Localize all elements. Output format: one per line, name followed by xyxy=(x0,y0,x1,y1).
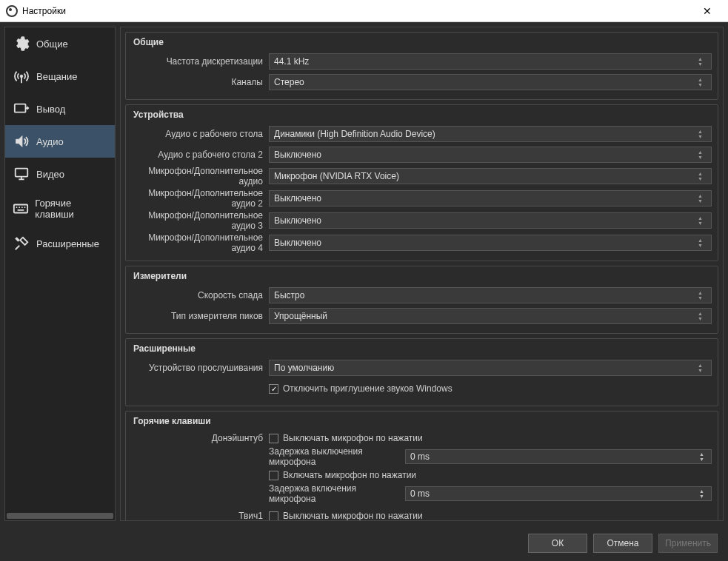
section-title-hotkeys: Горячие клавиши xyxy=(132,416,712,431)
tools-icon xyxy=(13,235,30,252)
svg-rect-2 xyxy=(15,104,26,112)
section-devices: Устройства Аудио с рабочего стола Динами… xyxy=(125,104,718,261)
select-arrows-icon: ▲▼ xyxy=(698,75,708,90)
keyboard-icon xyxy=(13,200,29,218)
label-channels: Каналы xyxy=(132,77,269,87)
select-mic-aux-3[interactable]: Выключено▲▼ xyxy=(269,212,712,229)
checkbox-mute-push-1[interactable] xyxy=(269,434,278,443)
select-arrows-icon: ▲▼ xyxy=(698,127,708,141)
select-arrows-icon: ▲▼ xyxy=(698,213,708,228)
checkbox-disable-ducking[interactable] xyxy=(269,384,278,394)
section-title-meters: Измерители xyxy=(132,271,712,286)
sidebar-item-audio[interactable]: Аудио xyxy=(5,125,115,158)
label-monitoring-device: Устройство прослушивания xyxy=(132,363,269,373)
label-decay-rate: Скорость спада xyxy=(132,290,269,300)
sidebar-item-general[interactable]: Общие xyxy=(5,27,115,60)
sidebar-item-label: Расширенные xyxy=(36,238,99,249)
label-unmute-delay-1: Задержка включения микрофона xyxy=(269,483,401,504)
select-arrows-icon: ▲▼ xyxy=(698,360,708,375)
label-mic-aux-3: Микрофон/Дополнительное аудио 3 xyxy=(132,210,269,231)
window-title: Настройки xyxy=(22,6,692,16)
app-logo-icon xyxy=(6,5,18,17)
sidebar-item-label: Горячие клавиши xyxy=(35,198,107,220)
section-general: Общие Частота дискретизации 44.1 kHz ▲▼ … xyxy=(125,32,718,100)
sidebar-item-advanced[interactable]: Расширенные xyxy=(5,227,115,260)
hotkey-group-name-2: Твич1 xyxy=(132,511,269,521)
ok-button[interactable]: ОК xyxy=(528,534,587,553)
settings-content: Общие Частота дискретизации 44.1 kHz ▲▼ … xyxy=(120,27,724,521)
apply-button[interactable]: Применить xyxy=(658,534,718,553)
gear-icon xyxy=(13,35,30,53)
speaker-icon xyxy=(13,132,30,150)
sidebar-item-stream[interactable]: Вещание xyxy=(5,60,115,93)
settings-sidebar: Общие Вещание Вывод Аудио Видео xyxy=(4,27,116,521)
select-monitoring-device[interactable]: По умолчанию▲▼ xyxy=(269,360,712,376)
monitor-icon xyxy=(13,165,30,183)
spinner-arrows-icon: ▲▼ xyxy=(699,487,709,500)
select-mic-aux-4[interactable]: Выключено▲▼ xyxy=(269,235,712,251)
section-title-advanced: Расширенные xyxy=(132,343,712,358)
select-arrows-icon: ▲▼ xyxy=(698,147,708,162)
select-desktop-audio[interactable]: Динамики (High Definition Audio Device)▲… xyxy=(269,126,712,142)
hotkey-group-name-1: Донэйшнтуб xyxy=(132,433,269,443)
select-arrows-icon: ▲▼ xyxy=(698,169,708,184)
section-meters: Измерители Скорость спада Быстро▲▼ Тип и… xyxy=(125,266,718,334)
svg-rect-3 xyxy=(16,169,28,177)
sidebar-item-label: Вывод xyxy=(36,104,65,115)
label-mic-aux-2: Микрофон/Дополнительное аудио 2 xyxy=(132,188,269,209)
spinner-unmute-delay-1[interactable]: 0 ms▲▼ xyxy=(405,486,712,501)
label-unmute-push-1: Включать микрофон по нажатии xyxy=(283,470,416,480)
window-close-button[interactable]: ✕ xyxy=(692,0,722,21)
output-icon xyxy=(13,100,30,118)
sidebar-item-label: Общие xyxy=(36,38,68,50)
section-advanced: Расширенные Устройство прослушивания По … xyxy=(125,338,718,406)
select-mic-aux-2[interactable]: Выключено▲▼ xyxy=(269,190,712,206)
sidebar-item-hotkeys[interactable]: Горячие клавиши xyxy=(5,190,115,227)
label-peak-meter-type: Тип измерителя пиков xyxy=(132,311,269,321)
label-mute-push-1: Выключать микрофон по нажатии xyxy=(283,433,423,443)
sidebar-item-output[interactable]: Вывод xyxy=(5,93,115,125)
select-peak-meter-type[interactable]: Упрощённый▲▼ xyxy=(269,308,712,324)
select-arrows-icon: ▲▼ xyxy=(698,235,708,250)
select-arrows-icon: ▲▼ xyxy=(698,288,708,303)
select-mic-aux[interactable]: Микрофон (NVIDIA RTX Voice)▲▼ xyxy=(269,168,712,184)
label-mic-aux-4: Микрофон/Дополнительное аудио 4 xyxy=(132,232,269,253)
select-sample-rate[interactable]: 44.1 kHz ▲▼ xyxy=(269,53,712,70)
select-desktop-audio-2[interactable]: Выключено▲▼ xyxy=(269,147,712,163)
titlebar: Настройки ✕ xyxy=(0,0,728,22)
label-desktop-audio-2: Аудио с рабочего стола 2 xyxy=(132,150,269,160)
label-disable-ducking: Отключить приглушение звуков Windows xyxy=(283,383,453,394)
checkbox-unmute-push-1[interactable] xyxy=(269,471,278,480)
select-decay-rate[interactable]: Быстро▲▼ xyxy=(269,287,712,303)
sidebar-scrollbar[interactable] xyxy=(7,513,113,519)
sidebar-item-label: Вещание xyxy=(36,71,78,82)
cancel-button[interactable]: Отмена xyxy=(593,534,652,553)
spinner-mute-delay-1[interactable]: 0 ms▲▼ xyxy=(405,449,712,464)
select-arrows-icon: ▲▼ xyxy=(698,309,708,323)
label-mute-push-2: Выключать микрофон по нажатии xyxy=(283,511,423,521)
spinner-arrows-icon: ▲▼ xyxy=(699,450,709,463)
select-arrows-icon: ▲▼ xyxy=(698,54,708,69)
select-arrows-icon: ▲▼ xyxy=(698,191,708,206)
section-title-devices: Устройства xyxy=(132,110,712,124)
dialog-footer: ОК Отмена Применить xyxy=(0,525,728,561)
svg-rect-6 xyxy=(14,205,27,213)
label-mute-delay-1: Задержка выключения микрофона xyxy=(269,446,401,467)
section-hotkeys: Горячие клавиши Донэйшнтуб Выключать мик… xyxy=(125,411,718,521)
label-mic-aux: Микрофон/Дополнительное аудио xyxy=(132,166,269,187)
sidebar-item-label: Аудио xyxy=(36,136,64,147)
sidebar-item-label: Видео xyxy=(36,169,64,180)
label-desktop-audio: Аудио с рабочего стола xyxy=(132,129,269,139)
select-channels[interactable]: Стерео ▲▼ xyxy=(269,74,712,90)
antenna-icon xyxy=(13,67,30,85)
checkbox-mute-push-2[interactable] xyxy=(269,511,278,521)
section-title-general: Общие xyxy=(132,37,712,52)
label-sample-rate: Частота дискретизации xyxy=(132,56,269,67)
sidebar-item-video[interactable]: Видео xyxy=(5,158,115,190)
